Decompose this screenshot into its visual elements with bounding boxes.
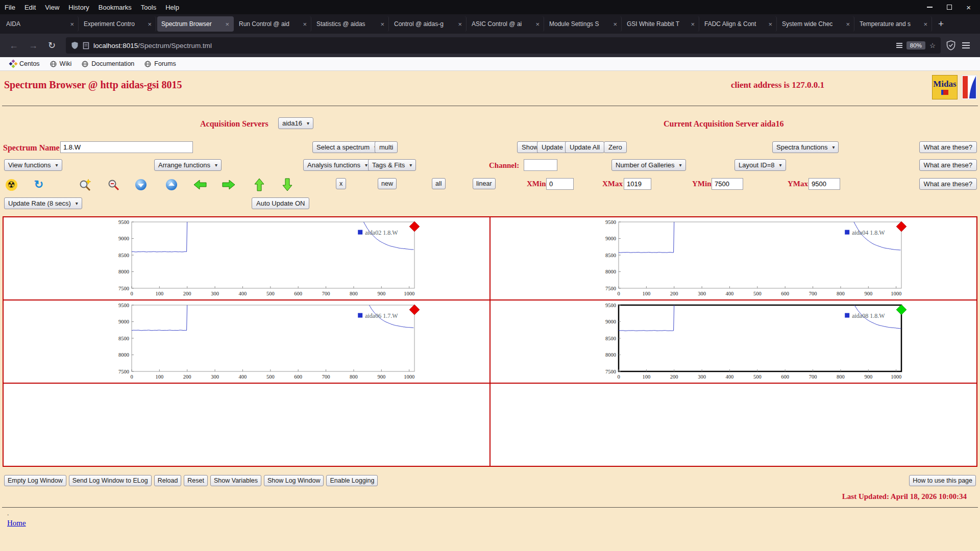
select-spectrum-select[interactable]: Select a spectrum▾	[312, 141, 381, 153]
radiation-button[interactable]: ☢	[4, 178, 18, 191]
tab-system-wide-check[interactable]: System wide Chec×	[778, 16, 854, 32]
tab-close-icon[interactable]: ×	[691, 20, 695, 28]
gallery-cell-aida08[interactable]: 7500800085009000950001002003004005006007…	[490, 300, 977, 383]
tab-close-icon[interactable]: ×	[148, 20, 152, 28]
ymax-input[interactable]	[808, 178, 840, 190]
shield-icon[interactable]	[71, 41, 79, 49]
bookmark-wiki[interactable]: Wiki	[45, 60, 77, 67]
reload-icon[interactable]: ↻	[43, 40, 61, 51]
tab-close-icon[interactable]: ×	[923, 20, 927, 28]
show-log-window-button[interactable]: Show Log Window	[264, 475, 324, 486]
zero-button[interactable]: Zero	[604, 141, 627, 153]
tab-close-icon[interactable]: ×	[768, 20, 772, 28]
spectra-functions-select[interactable]: Spectra functions▾	[772, 141, 839, 153]
reader-view-icon[interactable]	[896, 43, 902, 48]
xmax-input[interactable]	[624, 178, 651, 190]
zoom-out-button[interactable]	[106, 178, 120, 191]
tab-control[interactable]: Control @ aidas-g×	[390, 16, 467, 32]
menu-tools[interactable]: Tools	[136, 4, 161, 11]
empty-log-window-button[interactable]: Empty Log Window	[4, 475, 66, 486]
view-functions-select[interactable]: View functions▾	[4, 159, 62, 171]
enable-logging-button[interactable]: Enable Logging	[326, 475, 378, 486]
page-info-icon[interactable]	[83, 42, 89, 49]
protections-shield-icon[interactable]	[946, 40, 956, 51]
arrange-functions-select[interactable]: Arrange functions▾	[154, 159, 222, 171]
tags-fits-select[interactable]: Tags & Fits▾	[368, 159, 416, 171]
bookmark-documentation[interactable]: Documentation	[77, 60, 139, 67]
back-icon[interactable]: ←	[4, 40, 23, 51]
send-log-to-elog-button[interactable]: Send Log Window to ELog	[69, 475, 152, 486]
linear-button[interactable]: linear	[473, 178, 496, 189]
bookmark-forums[interactable]: Forums	[139, 60, 181, 67]
how-to-use-button[interactable]: How to use this page	[909, 475, 976, 486]
what-are-these-button-1[interactable]: What are these?	[919, 141, 977, 153]
show-variables-button[interactable]: Show Variables	[210, 475, 261, 486]
spectrum-chart[interactable]: 7500800085009000950001002003004005006007…	[595, 302, 924, 383]
auto-update-button[interactable]: Auto Update ON	[252, 197, 309, 209]
channel-input[interactable]	[524, 159, 557, 171]
what-are-these-button-2[interactable]: What are these?	[919, 159, 977, 171]
spectrum-chart[interactable]: 7500800085009000950001002003004005006007…	[108, 219, 437, 299]
tab-module-settings[interactable]: Module Settings S×	[545, 16, 622, 32]
close-window-icon[interactable]: ×	[966, 4, 971, 11]
tab-spectrum-browser[interactable]: Spectrum Browser×	[157, 16, 234, 32]
tab-asic-control[interactable]: ASIC Control @ ai×	[468, 16, 544, 32]
arrow-down-button[interactable]	[280, 178, 295, 191]
reset-button[interactable]: Reset	[184, 475, 208, 486]
home-link[interactable]: Home	[7, 519, 26, 528]
zoom-in-button[interactable]	[78, 178, 92, 191]
gallery-cell-empty[interactable]	[3, 383, 490, 466]
tab-close-icon[interactable]: ×	[613, 20, 617, 28]
gallery-cell-aida02[interactable]: 7500800085009000950001002003004005006007…	[3, 217, 490, 300]
bookmark-star-icon[interactable]: ☆	[929, 41, 936, 49]
menu-help[interactable]: Help	[161, 4, 184, 11]
blue-sphere-down-button[interactable]	[134, 178, 148, 191]
gallery-cell-aida06[interactable]: 7500800085009000950001002003004005006007…	[3, 300, 490, 383]
spectrum-chart[interactable]: 7500800085009000950001002003004005006007…	[595, 219, 924, 299]
blue-sphere-up-button[interactable]	[164, 178, 179, 191]
tab-close-icon[interactable]: ×	[70, 20, 74, 28]
tab-fadc-align[interactable]: FADC Align & Cont×	[700, 16, 777, 32]
spectrum-name-input[interactable]	[60, 141, 193, 153]
tab-gsi-white-rabbit[interactable]: GSI White Rabbit T×	[623, 16, 699, 32]
tab-run-control[interactable]: Run Control @ aid×	[235, 16, 311, 32]
minimize-icon[interactable]	[927, 7, 933, 8]
app-menu-icon[interactable]	[956, 42, 976, 48]
menu-bookmarks[interactable]: Bookmarks	[94, 4, 136, 11]
ymin-input[interactable]	[712, 178, 743, 190]
number-of-galleries-select[interactable]: Number of Galleries▾	[611, 159, 686, 171]
arrow-up-button[interactable]	[252, 178, 266, 191]
bookmark-centos[interactable]: Centos	[5, 60, 45, 67]
tab-close-icon[interactable]: ×	[303, 20, 307, 28]
url-bar[interactable]: localhost:8015/Spectrum/Spectrum.tml 80%…	[66, 37, 941, 54]
new-tab-button[interactable]: +	[933, 18, 949, 30]
tab-aida[interactable]: AIDA×	[2, 16, 79, 32]
maximize-icon[interactable]	[947, 5, 952, 10]
new-button[interactable]: new	[378, 178, 397, 189]
layout-id-select[interactable]: Layout ID=8▾	[734, 159, 786, 171]
menu-file[interactable]: File	[0, 4, 20, 11]
forward-icon[interactable]: →	[23, 40, 43, 51]
tab-close-icon[interactable]: ×	[458, 20, 462, 28]
tab-close-icon[interactable]: ×	[535, 20, 540, 28]
analysis-functions-select[interactable]: Analysis functions▾	[303, 159, 372, 171]
menu-history[interactable]: History	[64, 4, 93, 11]
tab-temperature[interactable]: Temperature and s×	[855, 16, 932, 32]
refresh-button[interactable]: ↻	[32, 178, 46, 191]
arrow-left-button[interactable]	[193, 178, 207, 191]
xmin-input[interactable]	[546, 178, 574, 190]
update-rate-select[interactable]: Update Rate (8 secs)▾	[4, 197, 82, 209]
multi-button[interactable]: multi	[375, 141, 398, 153]
acquisition-server-select[interactable]: aida16▾	[278, 117, 313, 129]
tab-close-icon[interactable]: ×	[380, 20, 384, 28]
all-button[interactable]: all	[432, 178, 446, 189]
spectrum-chart[interactable]: 7500800085009000950001002003004005006007…	[108, 302, 437, 383]
update-all-button[interactable]: Update All	[565, 141, 604, 153]
menu-edit[interactable]: Edit	[20, 4, 40, 11]
menu-view[interactable]: View	[40, 4, 64, 11]
gallery-cell-empty[interactable]	[490, 383, 977, 466]
tab-close-icon[interactable]: ×	[846, 20, 850, 28]
reload-button[interactable]: Reload	[154, 475, 182, 486]
arrow-right-button[interactable]	[222, 178, 236, 191]
x-button[interactable]: x	[336, 178, 346, 189]
